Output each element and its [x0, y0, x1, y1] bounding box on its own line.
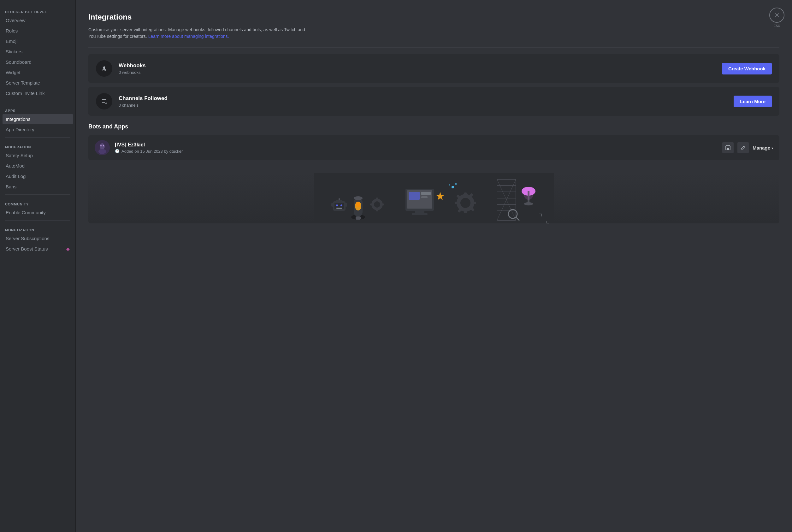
sidebar-item-audit-log-label: Audit Log — [6, 174, 25, 179]
sidebar-item-soundboard[interactable]: Soundboard — [2, 57, 73, 67]
sidebar-item-overview[interactable]: Overview — [2, 15, 73, 25]
edit-icon — [740, 145, 746, 151]
sidebar-item-stickers-label: Stickers — [6, 49, 22, 54]
svg-rect-38 — [455, 202, 459, 204]
webhooks-count: 0 webhooks — [119, 70, 716, 75]
svg-rect-65 — [331, 203, 333, 207]
main-content: ✕ ESC Integrations Customise your server… — [76, 0, 792, 532]
channels-followed-name: Channels Followed — [119, 95, 727, 101]
section-community-label: COMMUNITY — [2, 197, 73, 207]
illustration-svg — [88, 173, 779, 223]
webhook-svg-icon — [100, 64, 109, 73]
learn-more-integrations-link[interactable]: Learn more about managing integrations. — [148, 34, 229, 39]
sidebar-divider-4 — [5, 220, 70, 221]
sidebar-item-enable-community[interactable]: Enable Community — [2, 207, 73, 218]
svg-point-17 — [356, 202, 360, 207]
section-monetization-label: MONETIZATION — [2, 223, 73, 233]
channels-svg-icon — [100, 97, 109, 106]
bot-info: [IVS] Ez3kiel 🕐 Added on 15 Jun 2023 by … — [115, 142, 717, 154]
close-button[interactable]: ✕ ESC — [769, 7, 785, 23]
svg-rect-29 — [409, 192, 420, 200]
close-icon: ✕ — [774, 11, 780, 19]
sidebar-item-safety-setup[interactable]: Safety Setup — [2, 150, 73, 160]
bot-manage-label: Manage — [753, 145, 770, 151]
svg-rect-22 — [376, 208, 378, 211]
svg-rect-4 — [102, 102, 105, 102]
svg-rect-11 — [727, 148, 729, 150]
bot-added-label: Added on 15 Jun 2023 by dtucker — [121, 149, 183, 154]
illustration-area — [88, 173, 779, 223]
svg-point-8 — [100, 145, 102, 147]
sidebar-item-integrations[interactable]: Integrations — [2, 114, 73, 124]
sidebar-item-widget[interactable]: Widget — [2, 67, 73, 78]
boost-badge-icon: ◆ — [66, 246, 70, 251]
sidebar-item-server-boost-status[interactable]: Server Boost Status ◆ — [2, 244, 73, 254]
svg-point-57 — [449, 184, 450, 186]
create-webhook-button[interactable]: Create Webhook — [722, 63, 772, 74]
svg-rect-64 — [336, 208, 342, 209]
clock-icon: 🕐 — [115, 149, 120, 153]
sidebar-item-overview-label: Overview — [6, 18, 25, 23]
svg-point-20 — [374, 201, 380, 208]
sidebar-item-bans[interactable]: Bans — [2, 182, 73, 192]
sidebar-item-automod[interactable]: AutoMod — [2, 160, 73, 171]
svg-rect-36 — [464, 210, 467, 213]
sidebar-item-app-directory[interactable]: App Directory — [2, 124, 73, 135]
page-title: Integrations — [88, 13, 779, 21]
bots-section-title: Bots and Apps — [88, 124, 779, 130]
svg-rect-68 — [339, 198, 340, 201]
svg-point-34 — [460, 198, 470, 208]
chevron-right-icon: › — [772, 145, 773, 151]
svg-point-54 — [523, 187, 534, 200]
svg-rect-18 — [355, 216, 361, 220]
channels-followed-info: Channels Followed 0 channels — [119, 95, 727, 108]
sidebar-item-server-boost-status-label: Server Boost Status — [6, 246, 47, 251]
svg-rect-30 — [421, 192, 431, 195]
webhooks-icon — [96, 60, 112, 77]
svg-rect-31 — [421, 196, 428, 198]
sidebar-item-server-template[interactable]: Server Template — [2, 78, 73, 88]
sidebar-item-stickers[interactable]: Stickers — [2, 46, 73, 57]
channels-followed-icon — [96, 93, 112, 110]
svg-point-9 — [103, 145, 104, 147]
sidebar-item-server-subscriptions[interactable]: Server Subscriptions — [2, 233, 73, 244]
sidebar-item-integrations-label: Integrations — [6, 116, 30, 122]
sidebar-item-widget-label: Widget — [6, 70, 20, 75]
svg-rect-35 — [464, 192, 467, 196]
sidebar-item-server-template-label: Server Template — [6, 80, 40, 86]
svg-rect-24 — [370, 204, 373, 205]
bot-name: [IVS] Ez3kiel — [115, 142, 717, 148]
svg-point-56 — [455, 183, 457, 185]
bot-manage-button[interactable]: Manage › — [753, 145, 773, 151]
section-moderation-label: MODERATION — [2, 140, 73, 150]
sidebar-item-automod-label: AutoMod — [6, 163, 25, 169]
bot-store-button[interactable] — [722, 142, 734, 153]
svg-rect-66 — [345, 203, 347, 207]
sidebar-item-server-subscriptions-label: Server Subscriptions — [6, 236, 49, 241]
bot-card-ivs-ez3kiel: [IVS] Ez3kiel 🕐 Added on 15 Jun 2023 by … — [88, 135, 779, 160]
sidebar: DTUCKER BOT DEVEL Overview Roles Emoji S… — [0, 0, 76, 532]
sidebar-item-audit-log[interactable]: Audit Log — [2, 171, 73, 182]
svg-point-6 — [100, 143, 105, 150]
svg-point-55 — [451, 186, 454, 188]
svg-point-62 — [336, 205, 338, 206]
svg-rect-23 — [381, 204, 384, 205]
sidebar-item-safety-setup-label: Safety Setup — [6, 153, 33, 158]
svg-rect-28 — [412, 213, 428, 215]
sidebar-item-custom-invite-link-label: Custom Invite Link — [6, 91, 44, 96]
channels-followed-card: Channels Followed 0 channels Learn More — [88, 87, 779, 116]
sidebar-item-emoji[interactable]: Emoji — [2, 36, 73, 46]
learn-more-channels-button[interactable]: Learn More — [734, 96, 772, 107]
bot-avatar — [95, 140, 110, 155]
svg-point-63 — [341, 205, 342, 206]
svg-rect-37 — [472, 202, 476, 204]
sidebar-item-roles[interactable]: Roles — [2, 25, 73, 36]
bot-avatar-image — [95, 140, 110, 155]
section-apps-label: APPS — [2, 104, 73, 114]
webhooks-info: Webhooks 0 webhooks — [119, 62, 716, 75]
svg-rect-3 — [102, 101, 107, 101]
sidebar-item-custom-invite-link[interactable]: Custom Invite Link — [2, 88, 73, 98]
page-description: Customise your server with integrations.… — [88, 26, 309, 40]
sidebar-item-soundboard-label: Soundboard — [6, 59, 32, 65]
bot-edit-button[interactable] — [737, 142, 749, 153]
